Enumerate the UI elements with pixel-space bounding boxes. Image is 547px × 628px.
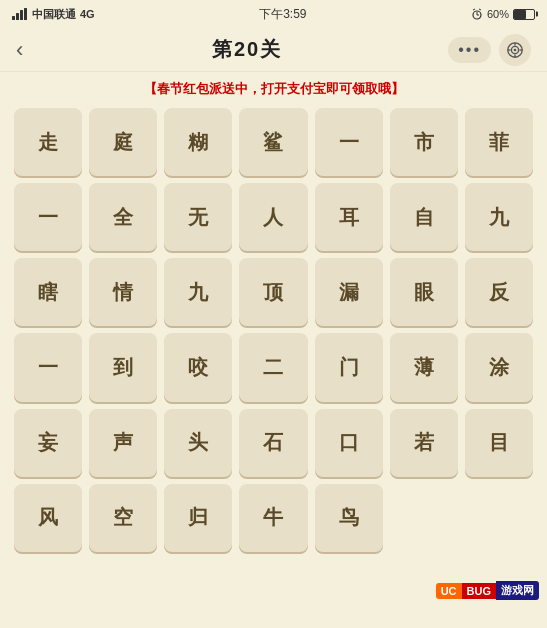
- page-title: 第20关: [212, 36, 282, 63]
- alarm-icon: [471, 8, 483, 20]
- grid-cell[interactable]: 涂: [465, 333, 533, 401]
- grid-cell[interactable]: 九: [164, 258, 232, 326]
- network-label: 4G: [80, 8, 95, 20]
- grid-cell[interactable]: 走: [14, 108, 82, 176]
- grid-cell[interactable]: 无: [164, 183, 232, 251]
- grid-cell[interactable]: 声: [89, 409, 157, 477]
- grid-cell[interactable]: 到: [89, 333, 157, 401]
- grid-cell[interactable]: 人: [239, 183, 307, 251]
- grid-cell[interactable]: 风: [14, 484, 82, 552]
- watermark-uc: UC: [436, 583, 462, 599]
- grid-cell[interactable]: 反: [465, 258, 533, 326]
- grid-cell[interactable]: 九: [465, 183, 533, 251]
- grid-cell[interactable]: 牛: [239, 484, 307, 552]
- grid-cell[interactable]: 门: [315, 333, 383, 401]
- grid-cell[interactable]: 情: [89, 258, 157, 326]
- svg-rect-1: [16, 13, 19, 20]
- more-button[interactable]: •••: [448, 37, 491, 63]
- grid-cell[interactable]: 瞎: [14, 258, 82, 326]
- grid-cell[interactable]: 耳: [315, 183, 383, 251]
- grid-cell[interactable]: 二: [239, 333, 307, 401]
- grid-cell-empty: [164, 559, 232, 627]
- battery-icon: [513, 9, 535, 20]
- nav-bar: ‹ 第20关 •••: [0, 28, 547, 72]
- character-grid: 走庭糊鲨一市菲一全无人耳自九瞎情九顶漏眼反一到咬二门薄涂妄声头石口若目风空归牛鸟: [0, 102, 547, 628]
- watermark-bug: BUG: [462, 583, 496, 599]
- carrier-info: 中国联通 4G: [12, 7, 95, 22]
- time-label: 下午3:59: [259, 6, 306, 23]
- grid-cell[interactable]: 薄: [390, 333, 458, 401]
- back-button[interactable]: ‹: [16, 37, 46, 63]
- grid-cell-empty: [14, 559, 82, 627]
- grid-cell[interactable]: 头: [164, 409, 232, 477]
- svg-point-11: [514, 48, 517, 51]
- grid-cell[interactable]: 一: [14, 333, 82, 401]
- grid-cell-empty: [89, 559, 157, 627]
- svg-rect-3: [24, 8, 27, 20]
- watermark-game: 游戏网: [496, 581, 539, 600]
- grid-cell[interactable]: 鲨: [239, 108, 307, 176]
- grid-cell[interactable]: 口: [315, 409, 383, 477]
- carrier-label: 中国联通: [32, 7, 76, 22]
- grid-cell[interactable]: 市: [390, 108, 458, 176]
- watermark: UC BUG 游戏网: [436, 581, 539, 600]
- grid-cell[interactable]: 眼: [390, 258, 458, 326]
- grid-cell[interactable]: 顶: [239, 258, 307, 326]
- grid-cell[interactable]: 空: [89, 484, 157, 552]
- grid-cell[interactable]: 妄: [14, 409, 82, 477]
- battery-label: 60%: [487, 8, 509, 20]
- nav-right-controls: •••: [448, 34, 531, 66]
- grid-cell[interactable]: 鸟: [315, 484, 383, 552]
- grid-cell[interactable]: 归: [164, 484, 232, 552]
- grid-cell[interactable]: 自: [390, 183, 458, 251]
- promo-banner: 【春节红包派送中，打开支付宝即可领取哦】: [0, 72, 547, 102]
- svg-rect-2: [20, 10, 23, 20]
- target-button[interactable]: [499, 34, 531, 66]
- grid-cell[interactable]: 漏: [315, 258, 383, 326]
- status-right: 60%: [471, 8, 535, 20]
- grid-cell[interactable]: 全: [89, 183, 157, 251]
- grid-cell[interactable]: 糊: [164, 108, 232, 176]
- grid-cell[interactable]: 一: [14, 183, 82, 251]
- signal-icon: [12, 8, 28, 20]
- grid-cell[interactable]: 庭: [89, 108, 157, 176]
- grid-cell[interactable]: 一: [315, 108, 383, 176]
- grid-cell[interactable]: 石: [239, 409, 307, 477]
- grid-cell[interactable]: 若: [390, 409, 458, 477]
- grid-cell[interactable]: 菲: [465, 108, 533, 176]
- svg-rect-0: [12, 16, 15, 20]
- grid-cell[interactable]: 目: [465, 409, 533, 477]
- grid-cell-empty: [315, 559, 383, 627]
- grid-cell-empty: [465, 484, 533, 552]
- battery-fill: [514, 10, 526, 19]
- grid-cell-empty: [239, 559, 307, 627]
- grid-cell-empty: [390, 484, 458, 552]
- svg-line-7: [473, 9, 475, 10]
- target-icon: [506, 41, 524, 59]
- grid-cell[interactable]: 咬: [164, 333, 232, 401]
- svg-line-8: [479, 9, 481, 10]
- banner-text: 【春节红包派送中，打开支付宝即可领取哦】: [144, 81, 404, 96]
- status-bar: 中国联通 4G 下午3:59 60%: [0, 0, 547, 28]
